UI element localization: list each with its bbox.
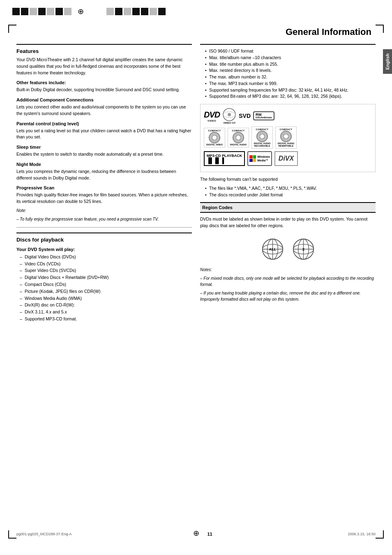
- bar-block: [47, 8, 54, 15]
- compact-disc-digital-video: COMPACT DIGITAL VIDEO: [204, 128, 225, 147]
- bar-block: [141, 8, 148, 15]
- mp3-cd-logo: MP3-CD PLAYBACK ▐▌▐▌▐: [204, 151, 245, 166]
- svg-text:2: 2: [302, 247, 304, 251]
- bar-block: [124, 8, 131, 15]
- list-item: The discs recorded under Joliet format: [205, 192, 376, 198]
- parental-text: Lets you set a rating level so that your…: [16, 128, 192, 141]
- compact-disc-digital-audio: COMPACT DIGITAL AUDIO: [228, 128, 249, 147]
- dvd-system-list: Digital Video Discs (DVDs) Video CDs (VC…: [16, 253, 192, 322]
- bar-block: [64, 8, 71, 15]
- region-codes-heading: Region Codes: [200, 205, 233, 210]
- night-mode-heading: Night Mode: [16, 162, 192, 167]
- windows-media-logo: Windows Media™: [247, 151, 272, 166]
- windows-flag-icon: [249, 155, 256, 162]
- left-column: Features Your DVD MicroTheatre with 2.1 …: [16, 44, 192, 326]
- globe-all-icon: ALL: [261, 238, 284, 260]
- logo-row-1: DVD VIDEO VIDEO CO SVD: [204, 108, 372, 124]
- bar-block: [30, 8, 37, 15]
- disc-subtitle: DIGITAL VIDEO: [206, 143, 223, 146]
- flag-green: [253, 155, 256, 159]
- list-item: Picture (Kodak, JPEG) files on CDR(W): [20, 288, 192, 295]
- flag-blue: [249, 159, 253, 162]
- flag-red: [249, 155, 253, 159]
- list-item: Supported sampling frequencies for MP3 d…: [205, 87, 376, 94]
- logo-row-3: MP3-CD PLAYBACK ▐▌▐▌▐ Windows: [204, 151, 372, 166]
- dvd-video-label: VIDEO: [208, 120, 216, 122]
- bar-block: [132, 8, 140, 15]
- features-bullet-list: ISO 9660 / UDF format Max. title/album n…: [200, 44, 376, 100]
- media-label: Media™: [257, 159, 270, 162]
- list-item: Compact Discs (CDs): [20, 281, 192, 288]
- progressive-scan-text: Provides high quality flicker-free image…: [16, 192, 192, 205]
- disc-subtitle: DIGITAL AUDIO: [230, 143, 247, 146]
- region-codes-section: Region Codes: [200, 202, 376, 213]
- bar-block: [106, 8, 114, 15]
- list-item: Digital Video Discs + Rewritable (DVD+RW…: [20, 274, 192, 281]
- region-globes: ALL 2: [200, 232, 376, 267]
- unsupported-list: The files like *.VMA, *.AAC, *.DLF, *.M3…: [200, 185, 376, 198]
- svd-text: SVD: [239, 113, 251, 119]
- video-co-icon: [222, 108, 236, 122]
- disc-icon: [209, 132, 220, 143]
- bar-block: [115, 8, 122, 15]
- sleep-timer-heading: Sleep timer: [16, 145, 192, 150]
- bottom-compass-icon: ⊕: [193, 529, 199, 538]
- list-item: Supported Bit-rates of MP3 disc are: 32,…: [205, 93, 376, 100]
- globe-region2-icon: 2: [292, 238, 315, 260]
- divider: [16, 227, 192, 228]
- windows-media-text: Windows Media™: [257, 155, 270, 162]
- other-features-heading: Other features include:: [16, 80, 192, 85]
- compact-disc-recordable: COMPACT DIGITAL AUDIORecordable: [251, 127, 273, 149]
- dvd-logo: DVD VIDEO: [204, 110, 220, 122]
- compact-disc-rewritable: COMPACT DIGITAL AUDIOReWritable: [275, 127, 297, 149]
- dvd-system-heading: Your DVD System will play:: [16, 247, 192, 252]
- list-item: Video CDs (VCDs): [20, 260, 192, 267]
- list-item: Windows Media Audio (WMA): [20, 295, 192, 302]
- list-item: Digital Video Discs (DVDs): [20, 253, 192, 260]
- additional-component-text: Lets you connect other audio and audio/v…: [16, 104, 192, 117]
- bar-block: [21, 8, 28, 15]
- parental-heading: Parental control (rating level): [16, 121, 192, 126]
- disc-icon: [280, 131, 292, 142]
- page-title: General Information: [16, 27, 376, 37]
- svg-point-1: [228, 113, 231, 116]
- svd-logo: SVD: [239, 113, 251, 119]
- rw-logo: RW DVD●ReWritable: [253, 111, 274, 120]
- flag-yellow: [253, 159, 256, 162]
- list-item: Supported MP3-CD format.: [20, 315, 192, 322]
- note-label: Note:: [16, 207, 192, 214]
- divx-logo: DiVX: [274, 151, 298, 166]
- bar-block: [55, 8, 63, 15]
- logo-grid: DVD VIDEO VIDEO CO SVD: [200, 104, 376, 172]
- notes-trouble: – If you are having trouble playing a ce…: [200, 290, 376, 302]
- video-co-logo: VIDEO CO: [222, 108, 236, 124]
- page-content: General Information Features Your DVD Mi…: [0, 23, 392, 350]
- compass-center-icon: ⊕: [78, 7, 84, 16]
- list-item: Max. nested directory is 8 levels.: [205, 67, 376, 74]
- night-mode-text: Lets you compress the dynamic range, red…: [16, 168, 192, 182]
- bar-block: [12, 8, 20, 15]
- footer-file: pg001-pg025_MCD288-37-Eng-A: [16, 532, 72, 536]
- list-item: DivX 3.11, 4.x and 5.x: [20, 309, 192, 315]
- additional-component-heading: Additional Component Connections: [16, 97, 192, 102]
- notes-label: Notes:: [200, 267, 376, 273]
- disc-icon: [233, 132, 244, 143]
- right-column: ISO 9660 / UDF format Max. title/album n…: [200, 44, 376, 326]
- disc-subtitle: DIGITAL AUDIORecordable: [254, 142, 271, 147]
- unsupported-heading: The following formats can't be supported: [200, 176, 376, 183]
- footer-date: 2006.3.15, 16:50: [348, 532, 376, 536]
- list-item: The max. MP3 track number is 999.: [205, 81, 376, 87]
- list-item: Max. title number plus album is 255.: [205, 61, 376, 68]
- two-column-layout: Features Your DVD MicroTheatre with 2.1 …: [16, 44, 376, 326]
- rw-badge: RW DVD●ReWritable: [253, 111, 274, 120]
- features-intro: Your DVD MicroTheatre with 2.1 channel f…: [16, 57, 192, 76]
- logo-row-2: COMPACT DIGITAL VIDEO COMPACT DIGITAL AU…: [204, 127, 372, 149]
- list-item: The max. album number is 32.: [205, 74, 376, 81]
- list-item: The files like *.VMA, *.AAC, *.DLF, *.M3…: [205, 185, 376, 192]
- list-item: Max. title/album name –10 characters: [205, 55, 376, 61]
- mp3-cd-text: MP3-CD PLAYBACK ▐▌▐▌▐: [207, 154, 242, 164]
- disc-icon: [256, 131, 268, 142]
- windows-label: Windows: [257, 155, 270, 159]
- bar-block: [150, 8, 157, 15]
- list-item: DivX(R) disc on CD-R(W):: [20, 302, 192, 309]
